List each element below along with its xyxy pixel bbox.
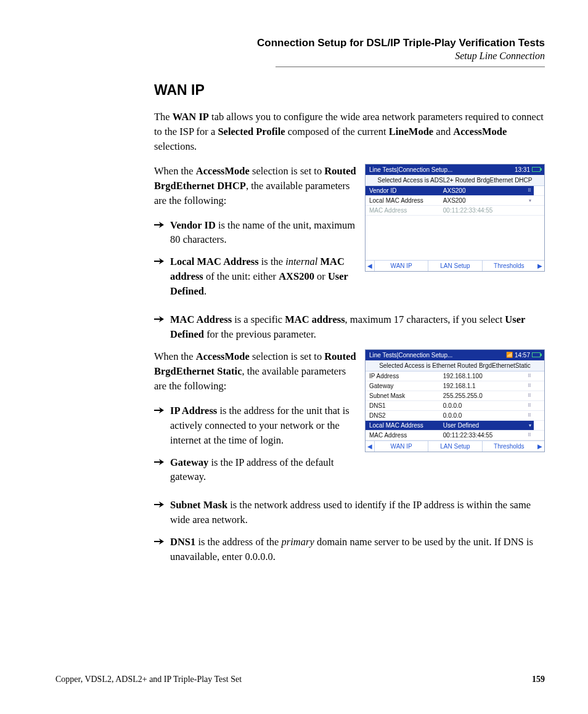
field-value[interactable]: AXS200▾: [441, 196, 534, 205]
wifi-icon: 📶: [506, 352, 513, 358]
field-value[interactable]: 192.168.1.1⠿: [441, 381, 534, 391]
field-label: DNS2: [365, 411, 441, 420]
device-titlebar: Line Tests|Connection Setup... 📶14:57: [365, 350, 544, 360]
tab-wan-ip[interactable]: WAN IP: [374, 441, 428, 452]
bullet-gateway: Gateway is the IP address of the default…: [154, 455, 356, 485]
keypad-icon: ⠿: [528, 393, 531, 399]
field-label: Local MAC Address: [365, 196, 441, 205]
keypad-icon: ⠿: [528, 432, 531, 438]
bullet-vendor-id: Vendor ID is the name of the unit, maxim…: [154, 218, 356, 248]
field-value[interactable]: 00:11:22:33:44:55: [441, 206, 534, 215]
device-field-row[interactable]: MAC Address00:11:22:33:44:55⠿: [365, 431, 544, 440]
device-title: Line Tests|Connection Setup...: [369, 166, 452, 173]
field-value[interactable]: 00:11:22:33:44:55⠿: [441, 431, 534, 440]
device-field-row[interactable]: Subnet Mask255.255.255.0⠿: [365, 391, 544, 401]
tab-thresholds[interactable]: Thresholds: [482, 261, 536, 271]
keypad-icon: ⠿: [528, 188, 531, 193]
device-subtitle: Selected Access is ADSL2+ Routed BrdgEth…: [365, 175, 544, 186]
device-body: IP Address192.168.1.100⠿Gateway192.168.1…: [365, 371, 544, 440]
device-field-row[interactable]: Gateway192.168.1.1⠿: [365, 381, 544, 391]
page-header: Connection Setup for DSL/IP Triple-Play …: [55, 37, 545, 67]
device-field-row[interactable]: DNS20.0.0.0⠿: [365, 411, 544, 421]
arrow-bullet-icon: [154, 218, 164, 248]
device-screenshot-dhcp: Line Tests|Connection Setup... 13:31 Sel…: [365, 164, 545, 272]
content-area: WAN IP The WAN IP tab allows you to conf…: [154, 82, 545, 564]
keypad-icon: ⠿: [528, 413, 531, 418]
arrow-bullet-icon: [154, 535, 164, 564]
device-field-row[interactable]: MAC Address00:11:22:33:44:55: [365, 206, 544, 216]
tab-thresholds[interactable]: Thresholds: [482, 441, 536, 452]
field-label: MAC Address: [365, 431, 441, 440]
tab-wan-ip[interactable]: WAN IP: [374, 261, 428, 271]
page-number: 159: [532, 675, 545, 684]
field-value[interactable]: User Defined▾: [441, 421, 534, 430]
field-value[interactable]: 0.0.0.0⠿: [441, 411, 534, 420]
keypad-icon: ⠿: [528, 373, 531, 379]
field-label: Subnet Mask: [365, 391, 441, 400]
keypad-icon: ⠿: [528, 403, 531, 408]
field-value[interactable]: 192.168.1.100⠿: [441, 371, 534, 381]
dropdown-caret-icon: ▾: [529, 198, 531, 203]
arrow-bullet-icon: [154, 455, 164, 485]
header-rule: [276, 67, 545, 67]
field-value[interactable]: AXS200⠿: [441, 186, 534, 195]
device-field-row[interactable]: Local MAC AddressUser Defined▾: [365, 421, 544, 431]
field-label: Vendor ID: [365, 186, 441, 195]
bullet-ip-address: IP Address is the address for the unit t…: [154, 404, 356, 448]
tab-lan-setup[interactable]: LAN Setup: [428, 441, 481, 452]
battery-icon: [532, 352, 541, 357]
field-value[interactable]: 0.0.0.0⠿: [441, 401, 534, 410]
keypad-icon: ⠿: [528, 383, 531, 389]
device-body: Vendor IDAXS200⠿Local MAC AddressAXS200▾…: [365, 186, 544, 260]
field-label: IP Address: [365, 371, 441, 381]
field-label: MAC Address: [365, 206, 441, 215]
chapter-title: Connection Setup for DSL/IP Triple-Play …: [55, 37, 545, 49]
field-label: Gateway: [365, 381, 441, 391]
field-label: Local MAC Address: [365, 421, 441, 430]
bullet-subnet-mask: Subnet Mask is the network address used …: [154, 498, 545, 527]
footer-text: Copper, VDSL2, ADSL2+ and IP Triple-Play…: [55, 675, 242, 684]
tab-left-arrow-icon[interactable]: ◀: [365, 261, 374, 270]
field-value[interactable]: 255.255.255.0⠿: [441, 391, 534, 400]
device-field-row[interactable]: Local MAC AddressAXS200▾: [365, 196, 544, 206]
arrow-bullet-icon: [154, 498, 164, 527]
tab-lan-setup[interactable]: LAN Setup: [428, 261, 481, 271]
tab-right-arrow-icon[interactable]: ▶: [536, 261, 544, 270]
device-screenshot-static: Line Tests|Connection Setup... 📶14:57 Se…: [365, 349, 545, 452]
device-field-row[interactable]: Vendor IDAXS200⠿: [365, 186, 544, 196]
device-title: Line Tests|Connection Setup...: [369, 352, 452, 359]
arrow-bullet-icon: [154, 312, 164, 342]
device-field-row[interactable]: IP Address192.168.1.100⠿: [365, 371, 544, 381]
page-footer: Copper, VDSL2, ADSL2+ and IP Triple-Play…: [55, 675, 545, 684]
device-time: 14:57: [515, 352, 530, 359]
device-field-row[interactable]: DNS10.0.0.0⠿: [365, 401, 544, 411]
field-label: DNS1: [365, 401, 441, 410]
arrow-bullet-icon: [154, 254, 164, 299]
battery-icon: [532, 167, 541, 172]
tab-left-arrow-icon[interactable]: ◀: [365, 442, 374, 451]
device-titlebar: Line Tests|Connection Setup... 13:31: [365, 164, 544, 175]
bullet-local-mac: Local MAC Address is the internal MAC ad…: [154, 254, 356, 299]
heading-wan-ip: WAN IP: [154, 82, 545, 99]
section-subtitle: Setup Line Connection: [55, 51, 545, 62]
arrow-bullet-icon: [154, 404, 164, 448]
bullet-mac-address: MAC Address is a specific MAC address, m…: [154, 312, 545, 342]
device-subtitle: Selected Access is Ethernet Routed BrgdE…: [365, 360, 544, 371]
device-tabs: ◀ WAN IP LAN Setup Thresholds ▶: [365, 440, 544, 452]
device-tabs: ◀ WAN IP LAN Setup Thresholds ▶: [365, 260, 544, 271]
bullet-dns1: DNS1 is the address of the primary domai…: [154, 535, 545, 564]
block2-intro: When the AccessMode selection is set to …: [154, 349, 356, 394]
block1-intro: When the AccessMode selection is set to …: [154, 164, 356, 208]
dropdown-caret-icon: ▾: [529, 423, 531, 428]
intro-paragraph: The WAN IP tab allows you to configure t…: [154, 110, 545, 154]
tab-right-arrow-icon[interactable]: ▶: [536, 442, 544, 451]
device-time: 13:31: [515, 166, 530, 173]
